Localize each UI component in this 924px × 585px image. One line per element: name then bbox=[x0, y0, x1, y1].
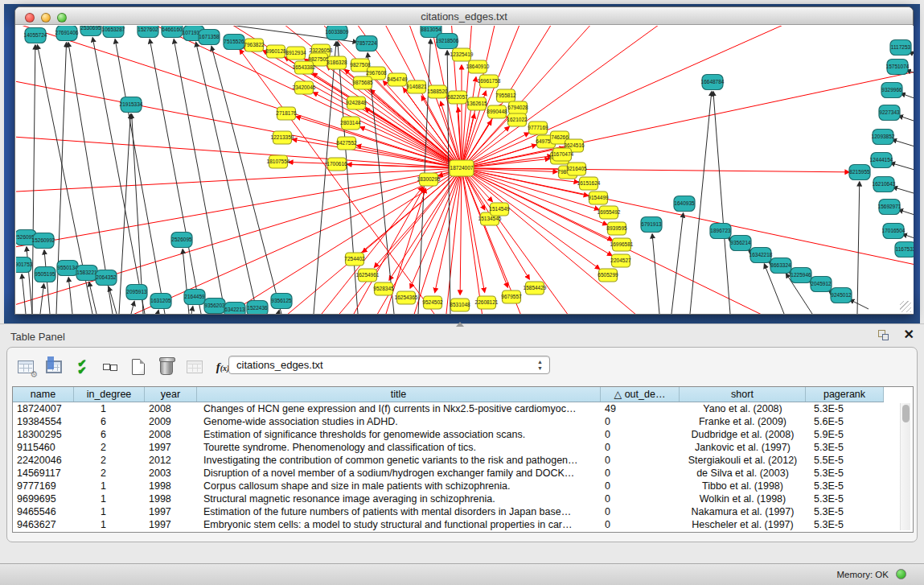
network-node[interactable]: 9329966 bbox=[881, 83, 902, 98]
network-node[interactable]: 9242848 bbox=[346, 97, 367, 109]
network-node[interactable]: 6505299 bbox=[598, 269, 618, 282]
network-node[interactable]: 22608121 bbox=[475, 296, 499, 309]
network-node[interactable]: 14055724 bbox=[24, 28, 47, 43]
network-node[interactable]: 9245012 bbox=[831, 288, 852, 303]
network-node[interactable]: 9154499 bbox=[588, 192, 609, 204]
network-node[interactable]: 8960128 bbox=[265, 45, 286, 58]
table-settings-icon[interactable]: ⚙ bbox=[15, 356, 36, 377]
network-node[interactable]: 7955812 bbox=[495, 89, 516, 102]
network-node[interactable]: 16254961 bbox=[356, 269, 380, 282]
network-node[interactable]: 1167533 bbox=[895, 242, 914, 257]
network-node[interactable]: 2045912 bbox=[811, 277, 832, 292]
network-node[interactable]: 11670474 bbox=[551, 148, 574, 161]
network-node[interactable]: 1583221 bbox=[76, 266, 97, 281]
network-node[interactable]: 8939595 bbox=[606, 222, 627, 235]
network-node[interactable]: 16996581 bbox=[610, 238, 634, 251]
network-node[interactable]: 16210643 bbox=[873, 177, 896, 192]
network-node[interactable]: 18724007 bbox=[450, 160, 474, 176]
network-node[interactable]: 16543382 bbox=[293, 61, 316, 74]
network-node[interactable]: 9777169 bbox=[528, 122, 548, 134]
table-row[interactable]: 1938455462009Genome-wide association stu… bbox=[13, 415, 913, 428]
table-row[interactable]: 2242004622012Investigating the contribut… bbox=[13, 454, 913, 467]
network-node[interactable]: 18901753 bbox=[16, 257, 33, 273]
column-header-0[interactable]: name bbox=[13, 387, 74, 402]
network-node[interactable]: 2164459 bbox=[184, 290, 205, 305]
network-window[interactable]: citations_edges.txt 14055724276914062530… bbox=[14, 6, 914, 315]
network-node[interactable]: 6791913 bbox=[641, 217, 662, 233]
network-node[interactable]: 6794028 bbox=[507, 101, 528, 114]
table-row[interactable]: 977716911998Corpus callosum shape and si… bbox=[13, 480, 913, 492]
column-select-icon[interactable]: ✔✔ bbox=[72, 356, 92, 377]
column-header-5[interactable]: short bbox=[680, 387, 806, 402]
network-node[interactable]: 1621022 bbox=[507, 113, 528, 126]
network-node[interactable]: 9679557 bbox=[501, 290, 522, 303]
network-node[interactable]: 10653287 bbox=[102, 26, 125, 38]
network-node[interactable]: 12213359 bbox=[271, 131, 294, 144]
network-node[interactable]: 1527602 bbox=[138, 26, 158, 38]
network-node[interactable]: 8663324 bbox=[770, 258, 791, 274]
network-node[interactable]: 16033809 bbox=[326, 26, 349, 40]
network-node[interactable]: 8186328 bbox=[326, 56, 347, 69]
network-node[interactable]: 19218506 bbox=[436, 34, 459, 49]
network-node[interactable]: 15854429 bbox=[524, 282, 547, 295]
network-node[interactable]: 2204527 bbox=[610, 254, 631, 267]
network-node[interactable]: 16648784 bbox=[701, 75, 725, 90]
table-row[interactable]: 969969511998Structural magnetic resonanc… bbox=[13, 492, 913, 505]
network-node[interactable]: 16151624 bbox=[577, 177, 601, 190]
network-node[interactable]: 8531048 bbox=[450, 299, 470, 311]
network-node[interactable]: 9528345 bbox=[373, 282, 394, 295]
network-node[interactable]: 1117253 bbox=[890, 40, 911, 56]
network-node[interactable]: 16342218 bbox=[749, 248, 773, 263]
table-row[interactable]: 1872400712008Changes of HCN gene express… bbox=[13, 402, 913, 415]
network-node[interactable]: 2095913 bbox=[126, 285, 147, 300]
close-panel-icon[interactable]: ✕ bbox=[904, 328, 914, 341]
network-node[interactable]: 1225946 bbox=[791, 268, 811, 283]
network-node[interactable]: 6466160 bbox=[162, 26, 183, 38]
network-node[interactable]: 7857224 bbox=[356, 36, 377, 51]
network-node[interactable]: 8215955 bbox=[849, 165, 870, 180]
table-row[interactable]: 911546021997Tourette syndrome. Phenomeno… bbox=[13, 441, 913, 454]
network-node[interactable]: 18300295 bbox=[417, 173, 441, 186]
network-node[interactable]: 17016504 bbox=[882, 224, 906, 239]
network-node[interactable]: 2718176 bbox=[276, 107, 297, 120]
network-node[interactable]: 1362615 bbox=[466, 97, 487, 110]
column-header-2[interactable]: year bbox=[145, 387, 197, 402]
network-node[interactable]: 9505195 bbox=[35, 267, 55, 282]
network-node[interactable]: 9524502 bbox=[422, 296, 443, 309]
network-node[interactable]: 6822057 bbox=[447, 91, 468, 104]
network-node[interactable]: 8454749 bbox=[387, 73, 408, 86]
network-node[interactable]: 1588520 bbox=[427, 85, 448, 98]
row-height-icon[interactable] bbox=[100, 356, 121, 377]
network-node[interactable]: 21915334 bbox=[120, 97, 143, 113]
network-node[interactable]: 9146821 bbox=[406, 80, 427, 93]
network-node[interactable]: 2803144 bbox=[340, 117, 361, 130]
network-node[interactable]: 27691406 bbox=[55, 26, 79, 41]
table-scrollbar-thumb[interactable] bbox=[902, 405, 910, 422]
table-row[interactable]: 946362711997Embryonic stem cells: a mode… bbox=[13, 518, 913, 531]
network-node[interactable]: 8990448 bbox=[487, 105, 507, 118]
network-node[interactable]: 9550134 bbox=[57, 261, 78, 276]
network-node[interactable]: 1700616 bbox=[326, 158, 347, 171]
network-node[interactable]: 18640910 bbox=[466, 60, 490, 73]
network-node[interactable]: 2064352 bbox=[96, 270, 117, 286]
table-header-row[interactable]: namein_degreeyeartitle△ out_de…shortpage… bbox=[13, 387, 884, 402]
split-divider-handle[interactable] bbox=[456, 322, 464, 327]
delete-table-icon[interactable] bbox=[156, 356, 177, 377]
network-node[interactable]: 9356203 bbox=[204, 299, 225, 314]
network-node[interactable]: 7515526 bbox=[224, 35, 244, 50]
network-node[interactable]: 18107554 bbox=[267, 155, 290, 168]
network-node[interactable]: 12325419 bbox=[450, 48, 474, 61]
network-node[interactable]: 12093852 bbox=[872, 130, 895, 145]
network-node[interactable]: 6342213 bbox=[224, 303, 245, 315]
network-node[interactable]: 16961758 bbox=[478, 75, 501, 88]
network-node[interactable]: 23420046 bbox=[293, 81, 316, 94]
network-node[interactable]: 9227343 bbox=[879, 105, 900, 121]
memory-status-indicator[interactable] bbox=[896, 569, 906, 579]
network-node[interactable]: 16254365 bbox=[395, 291, 418, 304]
network-node[interactable]: 7963822 bbox=[244, 39, 265, 51]
network-canvas[interactable]: 1405572427691406253069510653287152760264… bbox=[16, 26, 914, 314]
network-node[interactable]: 12444154 bbox=[870, 153, 893, 168]
network-node[interactable]: 2530695 bbox=[80, 26, 101, 36]
network-node[interactable]: 15751074 bbox=[886, 60, 910, 75]
network-window-titlebar[interactable]: citations_edges.txt bbox=[15, 7, 913, 25]
